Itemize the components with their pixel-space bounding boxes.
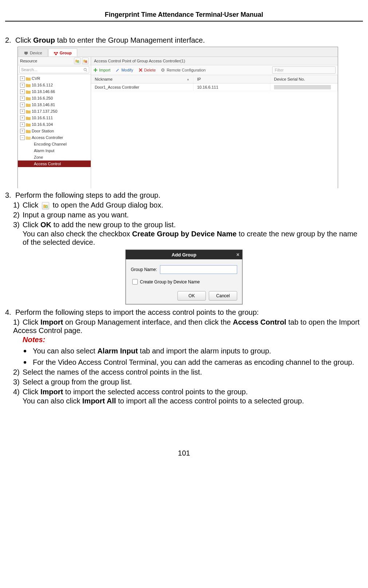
- tree-item[interactable]: +10.16.6.250: [18, 95, 91, 101]
- tree-label: 10.16.6.111: [32, 116, 53, 120]
- folder-icon: [26, 83, 31, 87]
- tree-child-selected[interactable]: Access Control: [18, 160, 91, 167]
- text: You can also select: [33, 347, 97, 355]
- folder-icon: [26, 90, 31, 94]
- tree-label: Door Station: [32, 129, 54, 133]
- text-bold: Import: [40, 388, 63, 396]
- expand-icon[interactable]: +: [20, 122, 25, 127]
- text: Click: [15, 36, 33, 44]
- delete-group-icon[interactable]: [82, 58, 89, 64]
- group-name-input[interactable]: [160, 265, 237, 274]
- tree-label: 10.18.146.81: [32, 102, 55, 107]
- text: Click: [23, 318, 40, 326]
- tab-group[interactable]: Group: [48, 49, 77, 57]
- expand-icon[interactable]: +: [20, 129, 25, 134]
- tree-child[interactable]: Zone: [18, 154, 91, 160]
- text: to open the Add Group dialog box.: [51, 201, 163, 209]
- tree-item[interactable]: +10.18.146.81: [18, 101, 91, 108]
- text: You can also check the checkbox: [23, 230, 132, 238]
- expand-icon[interactable]: +: [20, 76, 25, 81]
- main-panel: Access Control Point of Group Access Con…: [91, 57, 338, 188]
- folder-icon: [26, 123, 31, 127]
- collapse-icon[interactable]: −: [20, 135, 25, 140]
- tree-item[interactable]: +10.16.6.111: [18, 115, 91, 121]
- text: tab to enter the Group Management interf…: [55, 36, 205, 44]
- button-label: Import: [99, 68, 110, 72]
- tab-device[interactable]: Device: [19, 49, 48, 57]
- cell-ip: 10.16.6.111: [193, 84, 270, 91]
- col-label: Nickname: [95, 77, 113, 81]
- filter-input[interactable]: Filter: [272, 66, 336, 74]
- step-text: Perform the following steps to import th…: [15, 308, 259, 317]
- text-bold: Create Group by Device Name: [132, 230, 237, 238]
- expand-icon[interactable]: +: [20, 109, 25, 114]
- text: Click: [23, 388, 40, 396]
- group-icon: [54, 51, 58, 55]
- folder-icon: [26, 129, 31, 133]
- close-icon[interactable]: ×: [236, 252, 239, 258]
- tree-child[interactable]: Encoding Channel: [18, 141, 91, 147]
- sub-num: 1): [13, 318, 23, 326]
- resource-tree: +CVR +10.16.6.112 +10.18.146.66 +10.16.6…: [18, 74, 91, 188]
- svg-rect-3: [56, 52, 58, 53]
- bullet: For the Video Access Control Terminal, y…: [31, 357, 363, 367]
- delete-button[interactable]: Delete: [138, 68, 156, 72]
- search-input[interactable]: Search...: [19, 66, 89, 73]
- sub-step: 2)Input a group name as you want.: [13, 211, 363, 219]
- tree-label: Access Control: [34, 162, 61, 166]
- import-button[interactable]: Import: [93, 68, 110, 72]
- col-nickname[interactable]: Nickname▲: [91, 75, 193, 83]
- cell-nickname: Door1_Access Controller: [91, 84, 193, 91]
- folder-icon: [26, 96, 31, 100]
- tree-child[interactable]: Alarm Input: [18, 147, 91, 154]
- cancel-button[interactable]: Cancel: [209, 291, 237, 301]
- toolbar: Import Modify Delete Remote Configuratio…: [91, 65, 338, 75]
- sub-num: 2): [13, 368, 23, 376]
- sub-num: 3): [13, 378, 23, 386]
- device-icon: [24, 51, 28, 55]
- tree-label: CVR: [32, 76, 40, 81]
- step-number: 3.: [5, 191, 15, 200]
- tree-item[interactable]: +Door Station: [18, 128, 91, 134]
- sub-num: 2): [13, 211, 23, 219]
- tree-label: 10.16.6.112: [32, 83, 53, 87]
- tree-label: Zone: [34, 155, 43, 159]
- tree-item[interactable]: +CVR: [18, 75, 91, 82]
- modify-button[interactable]: Modify: [116, 68, 133, 72]
- tree-item[interactable]: +10.16.6.104: [18, 121, 91, 128]
- expand-icon[interactable]: +: [20, 89, 25, 94]
- page-number: 101: [5, 449, 363, 457]
- serial-redacted: [274, 85, 331, 89]
- create-by-device-checkbox[interactable]: Create Group by Device Name: [131, 279, 237, 285]
- step-number: 4.: [5, 308, 15, 317]
- expand-icon[interactable]: +: [20, 83, 25, 88]
- tree-item-access-controller[interactable]: −Access Controller: [18, 134, 91, 141]
- tree-item[interactable]: +10.18.146.66: [18, 88, 91, 95]
- step-text: Perform the following steps to add the g…: [15, 191, 160, 200]
- col-serial[interactable]: Device Serial No.: [270, 75, 338, 83]
- col-ip[interactable]: IP: [193, 75, 270, 83]
- expand-icon[interactable]: +: [20, 116, 25, 120]
- expand-icon[interactable]: +: [20, 96, 25, 101]
- resource-label: Resource: [20, 59, 37, 63]
- tree-item[interactable]: +10.17.137.250: [18, 108, 91, 115]
- folder-open-icon: [26, 136, 31, 140]
- tree-label: Alarm Input: [34, 148, 54, 153]
- ok-button[interactable]: OK: [177, 291, 206, 301]
- tree-label: Encoding Channel: [34, 142, 67, 146]
- screenshot-add-group-dialog: Add Group × Group Name: Create Group by …: [125, 249, 243, 305]
- table-row[interactable]: Door1_Access Controller 10.16.6.111: [91, 84, 338, 91]
- remote-config-button[interactable]: Remote Configuration: [161, 68, 205, 72]
- sub-num: 3): [13, 221, 23, 229]
- expand-icon[interactable]: +: [20, 102, 25, 107]
- tab-label: Device: [30, 51, 42, 55]
- sub-num: 1): [13, 201, 23, 209]
- tree-item[interactable]: +10.16.6.112: [18, 82, 91, 88]
- dialog-title: Add Group: [172, 252, 196, 258]
- svg-rect-4: [55, 54, 57, 55]
- add-folder-icon: [42, 202, 49, 209]
- add-group-icon[interactable]: [74, 58, 81, 64]
- x-icon: [138, 68, 143, 72]
- step-2: 2. Click Group tab to enter the Group Ma…: [5, 36, 363, 45]
- step-text: Click Group tab to enter the Group Manag…: [15, 36, 205, 45]
